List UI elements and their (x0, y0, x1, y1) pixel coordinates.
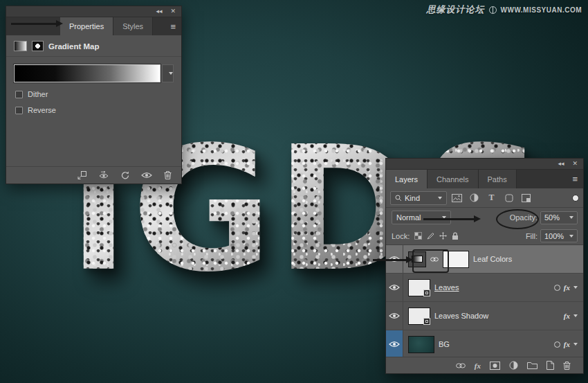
reset-adjustment-button[interactable] (121, 171, 129, 179)
gradient-picker-dropdown[interactable] (162, 64, 174, 82)
visibility-toggle[interactable] (386, 302, 403, 330)
fx-indicator[interactable]: fx (564, 340, 570, 348)
view-previous-state-button[interactable] (98, 171, 109, 179)
eye-icon (389, 341, 400, 348)
layer-row-leaves[interactable]: Leaves fx (386, 274, 583, 302)
new-layer-button[interactable] (546, 361, 554, 370)
gradient-preview[interactable] (14, 64, 160, 82)
image-icon (452, 194, 462, 202)
kind-filter-label: Kind (405, 194, 420, 202)
new-page-icon (546, 361, 554, 370)
layer-mask-icon (490, 362, 500, 370)
dither-label: Dither (28, 90, 48, 98)
layer-name[interactable]: Leaves Shadow (434, 312, 488, 320)
layers-tabbar: Layers Channels Paths ≡ (386, 170, 583, 188)
chain-link-icon (456, 363, 466, 368)
tab-layers[interactable]: Layers (386, 170, 428, 188)
annotation-arrow-opacity (423, 218, 475, 220)
watermark-brand-text: 思缘设计论坛 (427, 3, 485, 16)
properties-footer-toolbar (6, 166, 181, 184)
layer-effects-badge-icon (554, 341, 560, 348)
collapse-effects-chevron-icon[interactable] (573, 343, 578, 346)
layer-row-bg[interactable]: BG fx (386, 330, 583, 359)
checkerboard-icon (414, 232, 422, 240)
layer-thumbnail[interactable] (408, 336, 434, 353)
tab-properties[interactable]: Properties (60, 17, 113, 35)
collapse-effects-chevron-icon[interactable] (573, 314, 578, 317)
collapse-panel-icon[interactable]: ◂◂ (558, 161, 564, 167)
annotation-arrow-leaf-colors-thumbnail (373, 259, 407, 261)
layer-row-leaves-shadow[interactable]: Leaves Shadow fx (386, 302, 583, 330)
filter-smart-object-button[interactable] (519, 191, 533, 205)
filter-adjustment-layers-button[interactable] (467, 191, 481, 205)
annotation-arrow-properties-tab (11, 23, 57, 25)
tab-channels[interactable]: Channels (428, 170, 478, 188)
visibility-toggle[interactable] (386, 274, 403, 301)
fill-input[interactable]: 100% (540, 229, 578, 242)
layer-effects-badge-icon (554, 285, 560, 291)
brush-icon (427, 232, 434, 240)
dither-option[interactable]: Dither (15, 90, 181, 98)
filtering-toggle[interactable] (572, 195, 579, 202)
layer-mask-icon (32, 41, 44, 51)
collapse-effects-chevron-icon[interactable] (573, 286, 578, 289)
fx-indicator[interactable]: fx (564, 283, 570, 292)
visibility-toggle-highlighted[interactable] (386, 330, 403, 358)
lock-position-button[interactable] (439, 232, 447, 240)
add-layer-mask-button[interactable] (490, 362, 500, 370)
blend-mode-row: Normal Opacity: 50% (386, 208, 583, 227)
reverse-label: Reverse (28, 106, 56, 114)
filter-shape-layers-button[interactable] (502, 191, 516, 205)
tab-layers-label: Layers (395, 175, 418, 184)
lock-image-pixels-button[interactable] (427, 232, 434, 240)
chevron-down-icon (569, 235, 573, 238)
close-panel-icon[interactable]: ✕ (170, 8, 176, 15)
filter-type-layers-button[interactable]: T (484, 191, 499, 205)
layer-name[interactable]: Leaves (434, 283, 459, 292)
adjustment-header: Gradient Map (6, 35, 181, 57)
folder-icon (527, 362, 538, 369)
gradient-editor-row (14, 64, 174, 82)
tab-properties-label: Properties (69, 22, 104, 30)
filter-pixel-layers-button[interactable] (450, 191, 464, 205)
adjustment-icon (509, 361, 518, 370)
tab-channels-label: Channels (437, 175, 468, 184)
tab-styles[interactable]: Styles (113, 17, 153, 35)
new-adjustment-layer-button[interactable] (509, 361, 518, 370)
gradient-adjustment-icon (14, 41, 27, 51)
layer-name[interactable]: Leaf Colors (473, 255, 512, 263)
kind-filter-select[interactable]: Kind (390, 191, 447, 205)
layer-name[interactable]: BG (439, 340, 450, 348)
chevron-down-icon (438, 197, 442, 199)
reverse-option[interactable]: Reverse (15, 106, 181, 114)
reverse-checkbox[interactable] (15, 107, 23, 114)
add-layer-style-button[interactable]: fx (475, 362, 481, 370)
smart-object-icon (522, 194, 531, 202)
delete-adjustment-trash-button[interactable] (164, 171, 172, 179)
delete-layer-button[interactable] (563, 362, 571, 370)
lock-transparent-pixels-button[interactable] (414, 232, 422, 240)
layer-thumbnail[interactable] (408, 279, 430, 296)
clip-to-layer-button[interactable] (77, 171, 86, 179)
blend-mode-select[interactable]: Normal (392, 211, 451, 224)
chevron-down-icon (169, 72, 173, 75)
collapse-panel-icon[interactable]: ◂◂ (156, 8, 162, 15)
properties-tabbar: Properties Styles ≡ (6, 17, 181, 35)
panel-menu-icon[interactable]: ≡ (566, 174, 583, 184)
link-layers-button[interactable] (456, 363, 466, 368)
tab-paths[interactable]: Paths (479, 170, 517, 188)
new-group-button[interactable] (527, 362, 538, 369)
watermark: 思缘设计论坛 WWW.MISSYUAN.COM (427, 3, 582, 16)
panel-menu-icon[interactable]: ≡ (164, 21, 181, 32)
fx-indicator[interactable]: fx (564, 312, 570, 320)
layer-thumbnail[interactable] (408, 308, 430, 325)
close-panel-icon[interactable]: ✕ (572, 161, 578, 167)
adjustment-icon (470, 193, 479, 202)
opacity-input[interactable]: 50% (540, 211, 578, 224)
properties-panel-body: Gradient Map Dither Reverse (6, 35, 181, 184)
chevron-down-icon (569, 216, 573, 219)
toggle-visibility-eye-button[interactable] (141, 172, 152, 179)
lock-all-button[interactable] (452, 232, 459, 240)
lock-icon (452, 232, 459, 240)
dither-checkbox[interactable] (15, 91, 23, 98)
